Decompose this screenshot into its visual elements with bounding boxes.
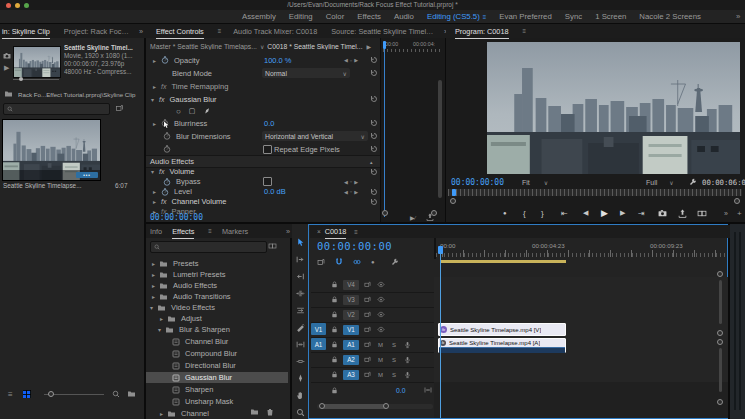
timeline-timecode[interactable]: 00:00:00:00 — [317, 240, 392, 252]
tree-item-audio-transitions[interactable]: ▸ Audio Transitions — [146, 291, 288, 302]
mark-out-icon[interactable]: } — [541, 209, 544, 218]
blend-mode-dropdown[interactable]: Normal ∨ — [262, 68, 350, 78]
play-button[interactable]: ▶ — [601, 208, 608, 218]
timeline-menu-icon[interactable]: ≡ — [354, 229, 358, 235]
timeline-h-scrollbar[interactable] — [317, 404, 433, 409]
work-area-bar[interactable] — [440, 260, 566, 263]
keyframe-lane[interactable]: 00:00 00:00:04: — [380, 38, 445, 222]
eye-icon[interactable] — [377, 296, 385, 303]
tab-markers[interactable]: Markers — [222, 227, 248, 236]
eye-icon[interactable] — [377, 311, 385, 318]
audio-effects-section-header[interactable]: Audio Effects — [150, 157, 194, 166]
camera-icon[interactable] — [3, 52, 11, 60]
eye-icon[interactable] — [377, 326, 385, 333]
rolling-edit-tool[interactable] — [296, 289, 305, 298]
tree-item-gaussian-blur[interactable]: Gaussian Blur — [146, 372, 288, 383]
v-scroll-handle[interactable] — [717, 399, 723, 405]
opacity-keyframe-nav[interactable]: ◀○▶ — [344, 57, 358, 63]
tree-item-video-effects[interactable]: ▾ Video Effects — [146, 302, 288, 313]
lock-icon[interactable] — [331, 296, 338, 303]
tab-audio-track-mixer[interactable]: Audio Track Mixer: C0018 — [233, 27, 317, 36]
mute-button[interactable]: M — [378, 372, 383, 378]
h-scroll-left-handle[interactable] — [319, 403, 325, 409]
new-custom-bin-icon[interactable] — [250, 408, 259, 416]
linked-selection-icon[interactable] — [353, 258, 361, 266]
bin-panel-overflow-icon[interactable]: » — [139, 27, 143, 36]
workspace-menu-icon[interactable]: ≡ — [483, 14, 487, 20]
clip-thumbnail-card[interactable]: ••• — [2, 119, 101, 181]
zoom-slider-handle[interactable] — [48, 391, 54, 397]
add-marker-icon[interactable]: ● — [503, 210, 507, 216]
pen-tool[interactable] — [296, 374, 305, 383]
sync-lock-icon[interactable] — [364, 326, 371, 333]
ec-vertical-scrollbar[interactable] — [438, 80, 442, 198]
expand-level-icon[interactable]: ▸ — [153, 188, 156, 195]
sync-lock-icon[interactable] — [364, 341, 371, 348]
collapse-icon[interactable]: ▾ — [150, 304, 153, 311]
clip-fx-badge[interactable]: fx — [440, 326, 447, 333]
razor-tool[interactable] — [296, 323, 305, 332]
go-to-out-icon[interactable]: ⇥ — [638, 209, 645, 218]
tab-effect-controls[interactable]: Effect Controls — [156, 27, 204, 36]
tree-item-blur-sharpen[interactable]: ▾ Blur & Sharpen — [146, 324, 288, 335]
track-button-v3[interactable]: V3 — [343, 295, 359, 305]
bypass-keyframe-nav[interactable]: ◀○▶ — [344, 179, 358, 185]
workspace-tab-assembly[interactable]: Assembly — [242, 12, 276, 21]
solo-button[interactable]: S — [392, 357, 396, 363]
source-patch-a1[interactable]: A1 — [311, 338, 326, 350]
zoom-tool[interactable] — [296, 408, 305, 417]
track-button-a3[interactable]: A3 — [343, 370, 359, 380]
mute-button[interactable]: M — [378, 357, 383, 363]
fit-track-icon[interactable] — [424, 386, 432, 394]
expand-time-remapping-icon[interactable]: ▸ — [153, 83, 156, 90]
sync-lock-icon[interactable] — [364, 281, 371, 288]
workspace-tab-editing-cs55[interactable]: Editing (CS5.5) — [427, 12, 480, 21]
slide-tool[interactable] — [296, 357, 305, 366]
collapse-icon[interactable]: ▾ — [158, 326, 161, 333]
workspace-overflow-icon[interactable]: » — [736, 12, 740, 21]
gaussian-blur-heading[interactable]: Gaussian Blur — [169, 95, 216, 104]
effects-search-input[interactable] — [150, 241, 267, 253]
lock-icon[interactable] — [331, 281, 338, 288]
track-select-forward-tool[interactable] — [296, 255, 305, 264]
tree-item-audio-effects[interactable]: ▸ Audio Effects — [146, 280, 288, 291]
workspace-tab-effects[interactable]: Effects — [357, 12, 381, 21]
program-video-frame[interactable] — [487, 42, 740, 174]
effects-menu-icon[interactable]: ≡ — [208, 228, 212, 234]
ec-playhead[interactable] — [383, 41, 386, 49]
tab-sequence-c0018[interactable]: C0018 — [325, 227, 347, 236]
tab-info[interactable]: Info — [150, 227, 162, 236]
timeline-v-scrollbar[interactable] — [717, 269, 724, 414]
sync-lock-icon[interactable] — [364, 371, 371, 378]
expand-icon[interactable]: ▸ — [152, 271, 155, 278]
stopwatch-icon[interactable] — [161, 188, 169, 196]
source-patch-v1[interactable]: V1 — [311, 323, 326, 335]
rate-stretch-tool[interactable] — [296, 306, 305, 315]
sync-lock-icon[interactable] — [364, 356, 371, 363]
folder-up-icon[interactable] — [4, 90, 13, 98]
clip-name-label[interactable]: Seattle Skyline Timelapse... — [3, 182, 109, 189]
video-clip[interactable]: fx Seattle Skyline Timelapse.mp4 [V] — [438, 323, 566, 336]
tab-source-monitor[interactable]: Source: Seattle Skyline Timelapse.mp — [331, 27, 435, 36]
icon-view-icon[interactable] — [23, 390, 31, 398]
expand-icon[interactable]: ▸ — [160, 410, 163, 417]
lock-icon[interactable] — [331, 341, 338, 348]
eye-icon[interactable] — [377, 281, 385, 288]
effect-controls-timecode[interactable]: 00:00:00:00 — [150, 213, 203, 222]
thumbnail-zoom-slider[interactable] — [44, 394, 104, 395]
comparison-view-icon[interactable] — [697, 209, 707, 218]
ripple-edit-tool[interactable] — [296, 272, 305, 281]
workspace-tab-editing[interactable]: Editing — [289, 12, 313, 21]
pen-mask-icon[interactable] — [202, 105, 213, 116]
export-frame-camera-icon[interactable] — [658, 209, 667, 218]
repeat-edge-pixels-checkbox[interactable] — [263, 145, 272, 154]
expand-icon[interactable]: ▸ — [152, 260, 155, 267]
expand-blurriness-icon[interactable]: ▸ — [153, 120, 156, 127]
bypass-checkbox[interactable] — [263, 177, 272, 186]
tab-bin-skyline-clip[interactable]: in: Skyline Clip — [2, 27, 50, 36]
reset-icon[interactable] — [370, 188, 378, 196]
tree-item-lumetri-presets[interactable]: ▸ Lumetri Presets — [146, 269, 288, 280]
effects-filter-icon[interactable] — [268, 242, 277, 250]
selection-tool[interactable] — [296, 238, 305, 247]
find-icon[interactable] — [112, 390, 120, 398]
